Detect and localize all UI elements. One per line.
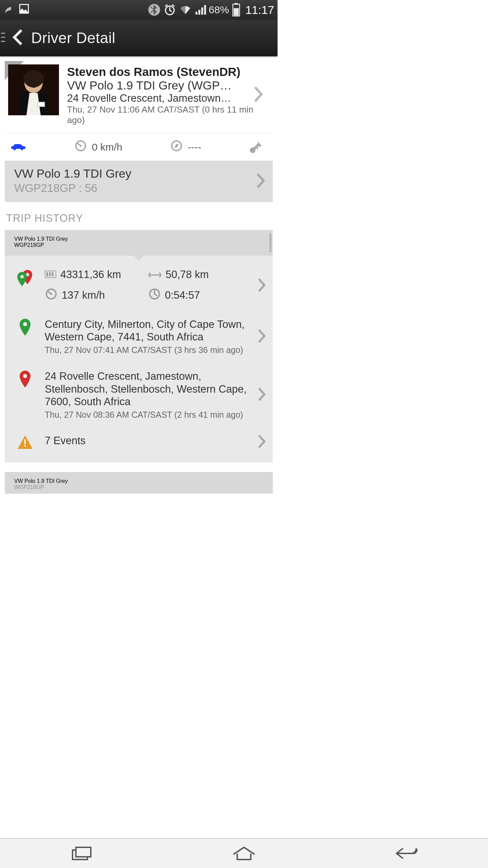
svg-point-26 — [23, 322, 27, 326]
status-strip: 0 km/h ---- — [5, 133, 273, 161]
odometer-value: 43311,36 km — [60, 269, 121, 281]
scroll-indicator — [269, 233, 271, 252]
bluetooth-icon — [148, 3, 161, 16]
back-button[interactable] — [12, 29, 24, 47]
trip-vehicle-header[interactable]: VW Polo 1.9 TDI Grey WGP218GP — [5, 472, 273, 494]
gauge-icon — [74, 139, 87, 155]
wifi-icon — [179, 3, 192, 16]
trip-start-address: Century City, Milnerton, City of Cape To… — [45, 318, 248, 343]
trip-start-time: Thu, 27 Nov 07:41 AM CAT/SAST (3 hrs 36 … — [45, 345, 248, 355]
distance-icon — [148, 269, 162, 281]
chevron-right-icon — [256, 173, 265, 190]
chevron-right-icon — [257, 278, 266, 293]
svg-rect-6 — [204, 5, 206, 15]
trip-vehicle-sub: WGP218GP — [14, 242, 263, 248]
app-header: Driver Detail — [0, 20, 278, 56]
vehicle-card-title: VW Polo 1.9 TDI Grey — [14, 167, 263, 180]
trip-start-row[interactable]: Century City, Milnerton, City of Cape To… — [14, 314, 268, 359]
heading-value: ---- — [188, 141, 201, 153]
drawer-handle-icon[interactable] — [1, 31, 5, 45]
svg-rect-13 — [38, 102, 45, 107]
trip-end-row[interactable]: 24 Rovelle Crescent, Jamestown, Stellenb… — [14, 366, 268, 424]
duration-value: 0:54:57 — [165, 289, 200, 301]
page-title: Driver Detail — [31, 29, 116, 46]
distance-value: 50,78 km — [166, 269, 209, 281]
driver-name: Steven dos Ramos (StevenDR) — [67, 65, 264, 79]
svg-point-18 — [20, 275, 24, 278]
svg-rect-20 — [46, 272, 48, 276]
clock-icon — [148, 288, 161, 303]
svg-rect-9 — [233, 8, 239, 16]
svg-point-15 — [80, 145, 82, 147]
header-notch-icon — [134, 256, 144, 262]
gauge-icon — [45, 288, 58, 303]
trip-vehicle-title: VW Polo 1.9 TDI Grey — [14, 478, 263, 484]
trip-history-label: TRIP HISTORY — [6, 212, 273, 224]
speed-value: 0 km/h — [92, 141, 122, 153]
battery-icon — [232, 3, 241, 17]
trip-events-row[interactable]: 7 Events — [14, 431, 268, 454]
picture-icon — [18, 3, 30, 17]
svg-rect-22 — [52, 272, 54, 276]
chevron-right-icon — [257, 435, 266, 450]
clock-text: 11:17 — [245, 3, 274, 17]
trip-vehicle-title: VW Polo 1.9 TDI Grey — [14, 236, 263, 242]
chevron-right-icon — [253, 86, 263, 103]
trip-stats-row[interactable]: 43311,36 km 50,78 km 137 k — [14, 264, 268, 307]
trip-card: VW Polo 1.9 TDI Grey WGP218GP — [5, 230, 273, 462]
odometer-icon — [45, 269, 56, 281]
content-scroll[interactable]: Steven dos Ramos (StevenDR) VW Polo 1.9 … — [0, 56, 278, 494]
driver-summary-card[interactable]: Steven dos Ramos (StevenDR) VW Polo 1.9 … — [5, 61, 273, 129]
chevron-right-icon — [257, 388, 266, 402]
vehicle-card-subtitle: WGP218GP : 56 — [14, 182, 263, 195]
driver-timestamp: Thu, 27 Nov 11:06 AM CAT/SAST (0 hrs 11 … — [67, 104, 264, 125]
svg-rect-21 — [49, 272, 51, 276]
trip-vehicle-sub: WGP218GP — [14, 484, 263, 490]
svg-rect-3 — [196, 12, 198, 15]
trip-end-address: 24 Rovelle Crescent, Jamestown, Stellenb… — [45, 370, 248, 408]
max-speed-value: 137 km/h — [62, 289, 105, 301]
android-status-bar: 68% 11:17 — [0, 0, 278, 20]
trip-events-count: 7 Events — [45, 435, 248, 447]
svg-rect-4 — [198, 10, 200, 15]
driver-avatar — [8, 64, 59, 115]
alarm-icon — [163, 3, 176, 16]
svg-rect-28 — [24, 439, 26, 444]
vehicle-card[interactable]: VW Polo 1.9 TDI Grey WGP218GP : 56 — [5, 161, 273, 202]
car-icon — [10, 143, 26, 152]
trip-end-time: Thu, 27 Nov 08:36 AM CAT/SAST (2 hrs 41 … — [45, 410, 248, 420]
leaf-icon — [3, 3, 14, 17]
svg-rect-5 — [201, 7, 203, 15]
chevron-right-icon — [257, 329, 266, 344]
driver-vehicle: VW Polo 1.9 TDI Grey (WGP21… — [67, 79, 233, 92]
svg-rect-8 — [235, 3, 238, 5]
compass-icon — [170, 139, 183, 155]
battery-percent: 68% — [209, 4, 229, 16]
driver-location: 24 Rovelle Crescent, Jamestown, Stelle… — [67, 92, 233, 104]
pin-start-icon — [14, 318, 36, 337]
svg-point-27 — [23, 374, 27, 378]
trip-vehicle-header[interactable]: VW Polo 1.9 TDI Grey WGP218GP — [5, 230, 273, 256]
svg-point-24 — [50, 293, 52, 295]
pins-icon — [14, 269, 36, 290]
signal-icon — [195, 4, 206, 16]
pin-end-icon — [14, 370, 36, 389]
key-icon[interactable] — [249, 140, 263, 155]
svg-rect-29 — [24, 445, 26, 447]
warning-icon — [14, 435, 36, 450]
